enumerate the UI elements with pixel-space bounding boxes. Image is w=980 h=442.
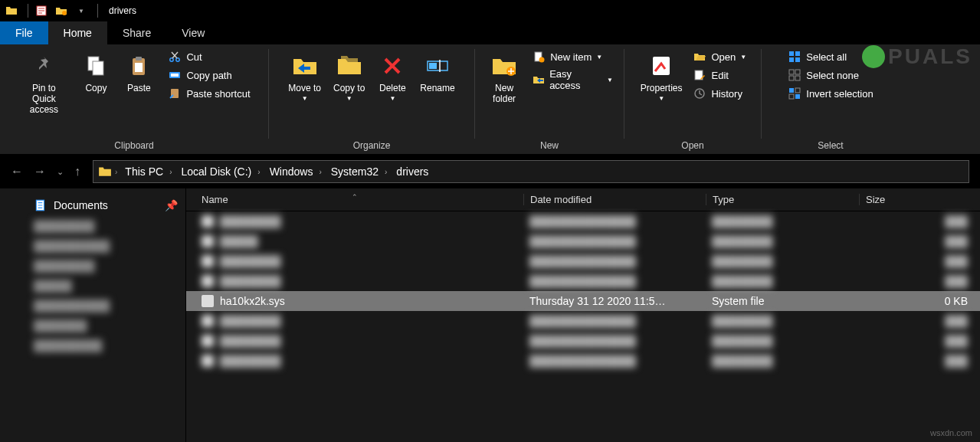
forward-button[interactable]: → (34, 165, 46, 178)
svg-rect-13 (429, 63, 437, 69)
delete-button[interactable]: Delete ▼ (371, 47, 414, 106)
copy-button[interactable]: Copy (74, 47, 117, 98)
move-to-button[interactable]: Move to ▼ (282, 47, 327, 106)
up-button[interactable]: ↑ (74, 165, 80, 178)
content-area: Documents 📌 ████████ ██████████ ████████… (0, 188, 980, 442)
properties-icon (647, 52, 675, 80)
edit-button[interactable]: Edit (688, 66, 751, 84)
new-item-icon (532, 50, 546, 64)
file-row-selected[interactable]: ha10kx2k.sys Thursday 31 12 2020 11:5… S… (186, 291, 980, 311)
tab-strip: File Home Share View (0, 21, 980, 44)
chevron-right-icon[interactable]: › (257, 168, 260, 176)
nav-bar: ← → ⌄ ↑ › This PC› Local Disk (C:)› Wind… (0, 155, 980, 188)
navigation-pane[interactable]: Documents 📌 ████████ ██████████ ████████… (0, 188, 185, 442)
chevron-down-icon: ▼ (596, 54, 602, 61)
chevron-down-icon: ▼ (389, 95, 395, 102)
breadcrumb-windows[interactable]: Windows› (265, 165, 326, 178)
svg-rect-27 (789, 76, 794, 80)
svg-rect-18 (653, 57, 670, 75)
invert-selection-icon (788, 87, 801, 100)
chevron-right-icon[interactable]: › (385, 168, 387, 176)
move-to-icon (291, 52, 319, 80)
copy-to-icon (336, 52, 363, 80)
chevron-right-icon[interactable]: › (115, 168, 117, 176)
group-label-clipboard: Clipboard (6, 137, 262, 154)
select-none-icon (788, 68, 801, 82)
properties-button[interactable]: Properties ▼ (634, 47, 689, 106)
svg-rect-32 (795, 94, 800, 99)
column-header-date[interactable]: Date modified (523, 194, 706, 205)
group-open: Properties ▼ Open ▼ Edit History Op (624, 44, 761, 154)
svg-rect-24 (795, 57, 800, 62)
svg-rect-6 (135, 63, 143, 72)
file-row-blurred: █████████████████████████████████ (186, 251, 980, 271)
pin-to-quick-access-button[interactable]: Pin to Quick access (13, 47, 74, 120)
new-folder-button[interactable]: New folder (481, 47, 527, 109)
paste-button[interactable]: Paste (117, 47, 160, 98)
qat-properties-icon[interactable] (33, 2, 50, 19)
tab-file[interactable]: File (0, 21, 48, 44)
column-header-type[interactable]: Type (706, 194, 859, 205)
copy-path-button[interactable]: Copy path (163, 66, 254, 84)
new-item-button[interactable]: New item ▼ (527, 47, 618, 66)
group-organize: Move to ▼ Copy to ▼ Delete ▼ Rename Orga… (269, 44, 474, 154)
file-list-pane: ⌃ Name Date modified Type Size █████████… (185, 188, 980, 442)
tab-home[interactable]: Home (48, 21, 107, 44)
svg-rect-23 (789, 57, 794, 62)
svg-rect-10 (171, 74, 179, 77)
group-clipboard: Pin to Quick access Copy Paste Cut Copy … (0, 44, 268, 154)
svg-rect-22 (795, 51, 800, 56)
file-date: Thursday 31 12 2020 11:5… (523, 295, 706, 307)
file-size: 0 KB (859, 295, 980, 307)
delete-icon (379, 52, 406, 80)
qat-dropdown-icon[interactable]: ▼ (73, 2, 90, 19)
column-header-size[interactable]: Size (859, 194, 980, 205)
group-label-open: Open (631, 137, 755, 154)
file-row-blurred: █████████████████████████████████ (186, 331, 980, 351)
avatar-icon (862, 45, 885, 68)
copy-icon (82, 52, 110, 80)
copy-to-button[interactable]: Copy to ▼ (327, 47, 371, 106)
group-label-select: Select (768, 137, 893, 154)
qat-new-folder-icon[interactable] (53, 2, 70, 19)
paste-shortcut-button[interactable]: Paste shortcut (163, 84, 254, 103)
breadcrumb-system32[interactable]: System32› (326, 165, 392, 178)
rename-button[interactable]: Rename (414, 47, 461, 98)
pin-icon (30, 52, 57, 80)
svg-rect-26 (795, 70, 800, 74)
ribbon: Pin to Quick access Copy Paste Cut Copy … (0, 44, 980, 155)
history-icon (693, 87, 706, 100)
svg-rect-25 (789, 70, 794, 74)
breadcrumb-drivers[interactable]: drivers (392, 165, 433, 178)
file-row-blurred: █████████████████████████████████ (186, 211, 980, 231)
paste-shortcut-icon (168, 87, 182, 100)
chevron-down-icon: ▼ (607, 77, 613, 83)
chevron-down-icon: ▼ (302, 95, 308, 102)
breadcrumb-this-pc[interactable]: This PC› (120, 165, 176, 178)
watermark: PUALS (862, 44, 972, 69)
invert-selection-button[interactable]: Invert selection (783, 84, 877, 103)
open-button[interactable]: Open ▼ (688, 47, 751, 66)
easy-access-button[interactable]: Easy access ▼ (527, 66, 618, 93)
column-header-name[interactable]: ⌃ Name (186, 194, 523, 205)
tab-share[interactable]: Share (107, 21, 166, 44)
app-icon (3, 2, 20, 19)
sidebar-item-documents[interactable]: Documents 📌 (0, 195, 185, 216)
chevron-right-icon[interactable]: › (169, 168, 172, 176)
recent-locations-button[interactable]: ⌄ (57, 167, 64, 177)
address-bar[interactable]: › This PC› Local Disk (C:)› Windows› Sys… (93, 160, 969, 183)
file-name: ha10kx2k.sys (220, 295, 285, 307)
history-button[interactable]: History (688, 84, 751, 103)
open-icon (693, 50, 706, 64)
breadcrumb-local-disk[interactable]: Local Disk (C:)› (176, 165, 264, 178)
scissors-icon (168, 50, 182, 64)
file-row-blurred: █████████████████████████████████ (186, 271, 980, 291)
svg-point-1 (62, 11, 67, 15)
group-new: New folder New item ▼ Easy access ▼ New (475, 44, 624, 154)
cut-button[interactable]: Cut (163, 47, 254, 66)
tab-view[interactable]: View (166, 21, 220, 44)
chevron-right-icon[interactable]: › (319, 168, 321, 176)
sidebar-item-blurred: █████ (0, 276, 185, 296)
back-button[interactable]: ← (11, 165, 23, 178)
easy-access-icon (532, 73, 545, 87)
